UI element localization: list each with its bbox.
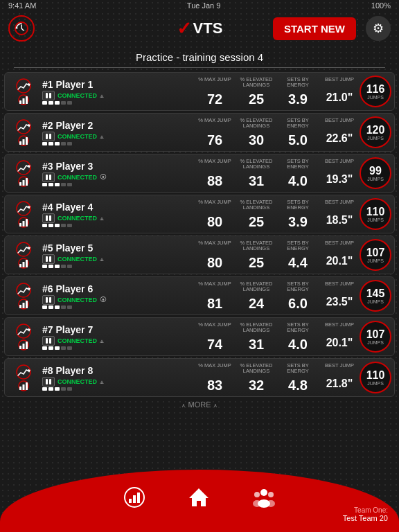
stat-col: % MAX JUMP83 <box>195 363 235 392</box>
player-status-row: CONNECTED⟁ <box>42 132 192 141</box>
logo-check: ✓ <box>177 18 192 39</box>
player-row: #7 Player 7CONNECTED⟁% MAX JUMP74% ELEVA… <box>4 317 395 356</box>
player-row: #4 Player 4CONNECTED⟁% MAX JUMP80% ELEVA… <box>4 195 395 233</box>
jumps-number: 120 <box>366 125 385 136</box>
stat-col: % ELEVATED LANDINGS32 <box>236 363 276 392</box>
player-stats: % MAX JUMP74% ELEVATED LANDINGS31SETS BY… <box>195 322 360 351</box>
svg-rect-37 <box>26 301 28 308</box>
stats-nav-icon[interactable] <box>123 486 145 508</box>
player-status-row: CONNECTED⦿ <box>42 172 192 182</box>
svg-rect-36 <box>23 303 25 308</box>
stat-col: % ELEVATED LANDINGS25 <box>236 200 276 229</box>
player-name: #8 Player 8 <box>42 365 192 376</box>
jumps-circle: 107JUMPS <box>360 321 391 353</box>
player-stats: % MAX JUMP80% ELEVATED LANDINGS25SETS BY… <box>195 200 360 229</box>
svg-point-8 <box>17 120 30 134</box>
jumps-circle: 110JUMPS <box>360 198 391 230</box>
stat-col: BEST JUMP23.5" <box>319 281 360 310</box>
svg-point-32 <box>17 283 30 297</box>
stat-value: 81 <box>207 296 222 310</box>
signal-dots <box>42 387 192 391</box>
connection-status: CONNECTED <box>57 337 97 344</box>
svg-point-38 <box>17 324 30 338</box>
stat-col: SETS BY ENERGY4.4 <box>278 240 318 269</box>
stat-value: 4.0 <box>288 174 308 188</box>
players-list: #1 Player 1CONNECTED⟁% MAX JUMP72% ELEVA… <box>0 72 399 397</box>
svg-rect-17 <box>19 182 21 186</box>
stat-label: SETS BY ENERGY <box>278 363 318 378</box>
player-icon-area <box>8 364 39 391</box>
svg-point-2 <box>17 79 30 93</box>
player-row: #8 Player 8CONNECTED⟁% MAX JUMP83% ELEVA… <box>4 358 395 397</box>
pause-button[interactable] <box>42 336 55 346</box>
pause-button[interactable] <box>42 254 55 264</box>
trend-icon <box>13 323 34 339</box>
day-display: Tue Jan 9 <box>187 1 221 10</box>
jumps-number: 110 <box>366 206 385 218</box>
svg-rect-52 <box>133 495 136 503</box>
player-name: #2 Player 2 <box>42 120 192 131</box>
player-info: #7 Player 7CONNECTED⟁ <box>39 324 195 350</box>
stat-label: % ELEVATED LANDINGS <box>236 240 276 256</box>
team-info: Team One: Test Team 20 <box>343 506 388 522</box>
pause-button[interactable] <box>42 172 55 182</box>
player-icon-area <box>8 201 39 228</box>
home-nav-icon[interactable] <box>187 486 211 509</box>
svg-rect-51 <box>129 499 132 503</box>
stat-value: 76 <box>207 133 222 147</box>
pause-button[interactable] <box>42 91 55 100</box>
bottom-navigation: Team One: Test Team 20 <box>0 470 399 532</box>
logo-text: VTS <box>193 19 223 37</box>
pause-button[interactable] <box>42 377 55 387</box>
stat-value: 21.0" <box>326 92 353 103</box>
header-right: START NEW ⚙ <box>273 16 391 41</box>
stat-value: 22.6" <box>326 133 353 144</box>
stat-label: SETS BY ENERGY <box>278 281 318 296</box>
player-status-row: CONNECTED⟁ <box>42 213 192 223</box>
pause-button[interactable] <box>42 132 55 141</box>
session-title: Practice - training session 4 <box>14 47 385 68</box>
stat-col: % MAX JUMP80 <box>195 240 235 269</box>
start-new-button[interactable]: START NEW <box>273 17 356 40</box>
stat-label: SETS BY ENERGY <box>278 77 318 92</box>
stat-col: % MAX JUMP74 <box>195 322 235 351</box>
settings-gear-icon[interactable]: ⚙ <box>366 16 391 41</box>
wifi-icon: ⟁ <box>100 337 104 344</box>
player-row: #5 Player 5CONNECTED⟁% MAX JUMP80% ELEVA… <box>4 236 395 274</box>
stat-col: % ELEVATED LANDINGS30 <box>236 118 276 147</box>
more-text: MORE <box>188 400 211 409</box>
player-info: #4 Player 4CONNECTED⟁ <box>39 202 195 227</box>
connection-status: CONNECTED <box>57 133 97 140</box>
stat-col: % ELEVATED LANDINGS31 <box>236 159 276 188</box>
player-name: #7 Player 7 <box>42 324 192 335</box>
stat-value: 31 <box>249 174 264 188</box>
signal-dots <box>42 101 192 105</box>
history-icon[interactable] <box>8 15 35 42</box>
more-label[interactable]: ∧ MORE ∧ <box>0 399 399 410</box>
stat-value: 19.3" <box>326 174 353 185</box>
stat-value: 20.1" <box>326 256 353 267</box>
player-stats: % MAX JUMP88% ELEVATED LANDINGS31SETS BY… <box>195 159 360 188</box>
stat-label: BEST JUMP <box>325 77 354 92</box>
stat-label: SETS BY ENERGY <box>278 159 318 174</box>
team-nav-icon[interactable] <box>252 486 276 509</box>
svg-marker-54 <box>189 488 209 506</box>
player-row: #2 Player 2CONNECTED⟁% MAX JUMP76% ELEVA… <box>4 113 395 152</box>
stat-col: % MAX JUMP81 <box>195 281 235 310</box>
pause-button[interactable] <box>42 295 55 305</box>
stat-col: % MAX JUMP80 <box>195 200 235 229</box>
status-bar: 9:41 AM Tue Jan 9 100% <box>0 0 399 10</box>
stat-value: 25 <box>249 256 264 269</box>
stat-col: BEST JUMP22.6" <box>319 118 360 147</box>
stat-label: % MAX JUMP <box>198 322 231 337</box>
jumps-circle: 110JUMPS <box>360 362 391 393</box>
player-row: #6 Player 6CONNECTED⦿% MAX JUMP81% ELEVA… <box>4 276 395 315</box>
connection-status: CONNECTED <box>57 296 97 303</box>
stat-value: 6.0 <box>288 296 308 310</box>
pause-button[interactable] <box>42 213 55 223</box>
signal-dots <box>42 265 192 268</box>
svg-rect-11 <box>19 141 21 145</box>
stat-value: 80 <box>207 215 222 229</box>
signal-bars-icon <box>16 135 31 146</box>
svg-rect-43 <box>26 342 28 349</box>
